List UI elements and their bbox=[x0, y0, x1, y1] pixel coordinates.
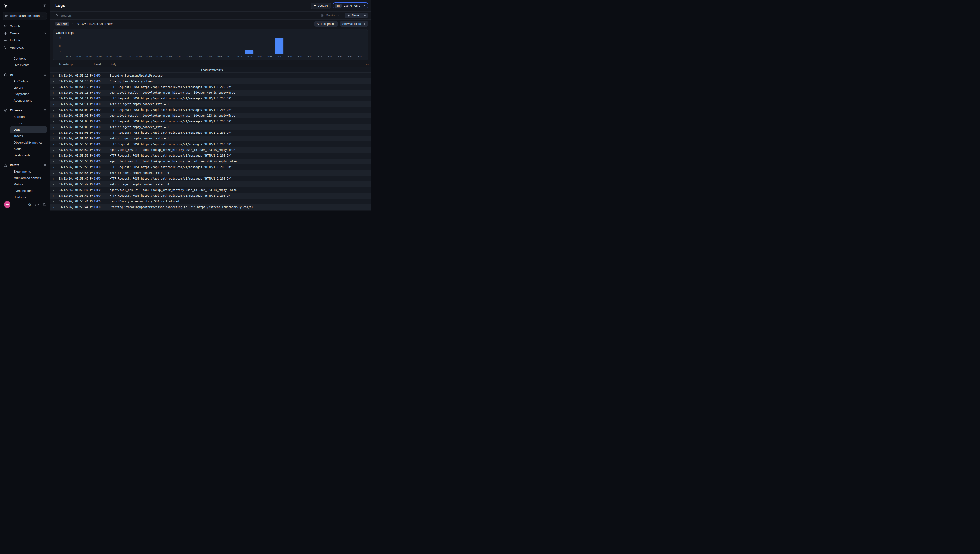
row-expand-chevron-icon[interactable]: › bbox=[53, 97, 59, 100]
sidebar-collapse-icon[interactable] bbox=[43, 4, 46, 8]
sidebar-item-holdouts[interactable]: Holdouts bbox=[0, 194, 50, 198]
saved-filter-dropdown[interactable] bbox=[361, 13, 368, 18]
table-row[interactable]: ›03/12/26, 01:51:05 PMINFOmetric: agent.… bbox=[50, 124, 371, 130]
sidebar-item-ai-configs[interactable]: AI Configs bbox=[0, 78, 50, 84]
vega-ai-button[interactable]: ✦ Vega AI bbox=[311, 3, 331, 9]
chart-bar-13:28[interactable] bbox=[245, 50, 253, 54]
sidebar-item-insights[interactable]: Insights bbox=[0, 37, 50, 44]
row-expand-chevron-icon[interactable]: › bbox=[53, 205, 59, 209]
table-row[interactable]: ›03/12/26, 01:50:47 PMINFOmetric: agent.… bbox=[50, 181, 371, 187]
sidebar-item-multi-armed-bandits[interactable]: Multi-armed bandits bbox=[0, 175, 50, 181]
table-row[interactable]: ›03/12/26, 01:50:44 PMINFOStarting Strea… bbox=[50, 204, 371, 210]
row-expand-chevron-icon[interactable]: › bbox=[53, 131, 59, 135]
table-row[interactable]: ›03/12/26, 01:51:15 PMINFOHTTP Request: … bbox=[50, 84, 371, 90]
collapse-section-icon[interactable] bbox=[43, 164, 46, 167]
row-expand-chevron-icon[interactable]: › bbox=[53, 108, 59, 112]
search-input[interactable] bbox=[61, 14, 318, 18]
sidebar-item-sessions[interactable]: Sessions bbox=[0, 113, 50, 120]
row-expand-chevron-icon[interactable]: › bbox=[53, 194, 59, 197]
sidebar-item-live-events[interactable]: Live events bbox=[0, 62, 50, 68]
sidebar-item-agent-graphs[interactable]: Agent graphs bbox=[0, 97, 50, 104]
row-expand-chevron-icon[interactable]: › bbox=[53, 188, 59, 192]
sidebar-item-library[interactable]: Library bbox=[0, 84, 50, 91]
show-all-filters-button[interactable]: Show all filters bbox=[340, 21, 368, 27]
sidebar-section-header-observe[interactable]: Observe bbox=[0, 107, 50, 113]
row-body: agent.tool_result | tool=lookup_order_hi… bbox=[110, 188, 371, 192]
row-expand-chevron-icon[interactable]: › bbox=[53, 183, 59, 186]
row-expand-chevron-icon[interactable]: › bbox=[53, 171, 59, 175]
table-row[interactable]: ›03/12/26, 01:50:47 PMINFOagent.tool_res… bbox=[50, 187, 371, 193]
saved-filter-control: None bbox=[345, 13, 368, 18]
gear-icon[interactable]: ⚙ bbox=[28, 203, 31, 207]
row-expand-chevron-icon[interactable]: › bbox=[53, 154, 59, 158]
table-row[interactable]: ›03/12/26, 01:51:11 PMINFOHTTP Request: … bbox=[50, 96, 371, 101]
row-level: INFO bbox=[94, 91, 110, 94]
download-icon[interactable] bbox=[71, 22, 74, 25]
monitor-label: Monitor bbox=[326, 14, 336, 17]
sidebar-item-event-explorer[interactable]: Event explorer bbox=[0, 188, 50, 194]
sidebar-item-dashboards[interactable]: Dashboards bbox=[0, 152, 50, 159]
row-expand-chevron-icon[interactable]: › bbox=[53, 160, 59, 163]
avatar[interactable]: AR bbox=[4, 201, 11, 208]
table-row[interactable]: ›03/12/26, 01:50:49 PMINFOHTTP Request: … bbox=[50, 176, 371, 181]
table-options-icon[interactable]: ⋯ bbox=[364, 62, 371, 66]
iterate-icon bbox=[4, 163, 8, 167]
table-row[interactable]: ›03/12/26, 01:50:59 PMINFOmetric: agent.… bbox=[50, 135, 371, 142]
table-row[interactable]: ›03/12/26, 01:50:53 PMINFOmetric: agent.… bbox=[50, 170, 371, 176]
table-row[interactable]: ›03/12/26, 01:51:16 PMINFOClosing Launch… bbox=[50, 78, 371, 84]
collapse-section-icon[interactable] bbox=[43, 73, 46, 76]
project-selector[interactable]: silent-failure-detection... bbox=[3, 12, 47, 20]
sidebar-item-metrics[interactable]: Metrics bbox=[0, 181, 50, 188]
sidebar-item-logs[interactable]: Logs bbox=[10, 126, 47, 133]
time-range-button[interactable]: 4h Last 4 hours bbox=[333, 2, 368, 9]
load-new-results-button[interactable]: ↑ Load new results bbox=[50, 67, 371, 73]
saved-filter-button[interactable]: None bbox=[345, 13, 361, 18]
collapse-section-icon[interactable] bbox=[43, 109, 46, 112]
sidebar-item-search[interactable]: Search bbox=[0, 22, 50, 30]
edit-graphs-button[interactable]: ✎ Edit graphs bbox=[314, 21, 338, 27]
sidebar-item-experiments[interactable]: Experiments bbox=[0, 168, 50, 175]
row-expand-chevron-icon[interactable]: › bbox=[53, 74, 59, 78]
table-row[interactable]: ›03/12/26, 01:50:55 PMINFOHTTP Request: … bbox=[50, 153, 371, 159]
sidebar-item-approvals[interactable]: Approvals bbox=[0, 44, 50, 51]
sidebar-item-alerts[interactable]: Alerts bbox=[0, 146, 50, 152]
row-expand-chevron-icon[interactable]: › bbox=[53, 137, 59, 140]
sidebar-item-create[interactable]: Create bbox=[0, 30, 50, 37]
row-expand-chevron-icon[interactable]: › bbox=[53, 80, 59, 83]
row-expand-chevron-icon[interactable]: › bbox=[53, 91, 59, 95]
table-row[interactable]: ›03/12/26, 01:50:59 PMINFOagent.tool_res… bbox=[50, 147, 371, 153]
row-expand-chevron-icon[interactable]: › bbox=[53, 148, 59, 152]
sidebar-item-observability-metrics[interactable]: Observability metrics bbox=[0, 139, 50, 146]
row-expand-chevron-icon[interactable]: › bbox=[53, 143, 59, 146]
table-row[interactable]: ›03/12/26, 01:50:53 PMINFOHTTP Request: … bbox=[50, 164, 371, 170]
row-expand-chevron-icon[interactable]: › bbox=[53, 114, 59, 118]
table-row[interactable]: ›03/12/26, 01:51:11 PMINFOagent.tool_res… bbox=[50, 90, 371, 96]
table-row[interactable]: ›03/12/26, 01:51:11 PMINFOmetric: agent.… bbox=[50, 101, 371, 107]
help-icon[interactable]: ? bbox=[35, 203, 38, 207]
table-row[interactable]: ›03/12/26, 01:50:44 PMINFOLaunchDarkly o… bbox=[50, 199, 371, 204]
row-expand-chevron-icon[interactable]: › bbox=[53, 166, 59, 169]
table-row[interactable]: ›03/12/26, 01:51:05 PMINFOHTTP Request: … bbox=[50, 118, 371, 124]
row-expand-chevron-icon[interactable]: › bbox=[53, 126, 59, 129]
sidebar-item-traces[interactable]: Traces bbox=[0, 133, 50, 139]
table-row[interactable]: ›03/12/26, 01:50:46 PMINFOHTTP Request: … bbox=[50, 193, 371, 199]
row-expand-chevron-icon[interactable]: › bbox=[53, 102, 59, 106]
table-row[interactable]: ›03/12/26, 01:51:05 PMINFOagent.tool_res… bbox=[50, 113, 371, 118]
bell-icon[interactable] bbox=[43, 203, 46, 207]
sidebar-item-playground[interactable]: Playground bbox=[0, 91, 50, 97]
table-row[interactable]: ›03/12/26, 01:50:53 PMINFOagent.tool_res… bbox=[50, 159, 371, 164]
row-expand-chevron-icon[interactable]: › bbox=[53, 177, 59, 180]
chart-bar-13:52[interactable] bbox=[275, 38, 283, 54]
monitor-toggle[interactable]: Monitor bbox=[321, 14, 340, 17]
sidebar-item-errors[interactable]: Errors bbox=[0, 120, 50, 126]
sidebar-item-contexts[interactable]: Contexts bbox=[0, 55, 50, 62]
sidebar-section-header-iterate[interactable]: Iterate bbox=[0, 162, 50, 168]
table-row[interactable]: ›03/12/26, 01:51:08 PMINFOHTTP Request: … bbox=[50, 107, 371, 113]
row-expand-chevron-icon[interactable]: › bbox=[53, 200, 59, 203]
table-row[interactable]: ›03/12/26, 01:51:16 PMINFOStopping Strea… bbox=[50, 73, 371, 78]
row-expand-chevron-icon[interactable]: › bbox=[53, 85, 59, 89]
table-row[interactable]: ›03/12/26, 01:50:59 PMINFOHTTP Request: … bbox=[50, 142, 371, 147]
table-row[interactable]: ›03/12/26, 01:51:01 PMINFOHTTP Request: … bbox=[50, 130, 371, 135]
row-expand-chevron-icon[interactable]: › bbox=[53, 120, 59, 123]
sidebar-section-header-ai[interactable]: AI bbox=[0, 71, 50, 78]
